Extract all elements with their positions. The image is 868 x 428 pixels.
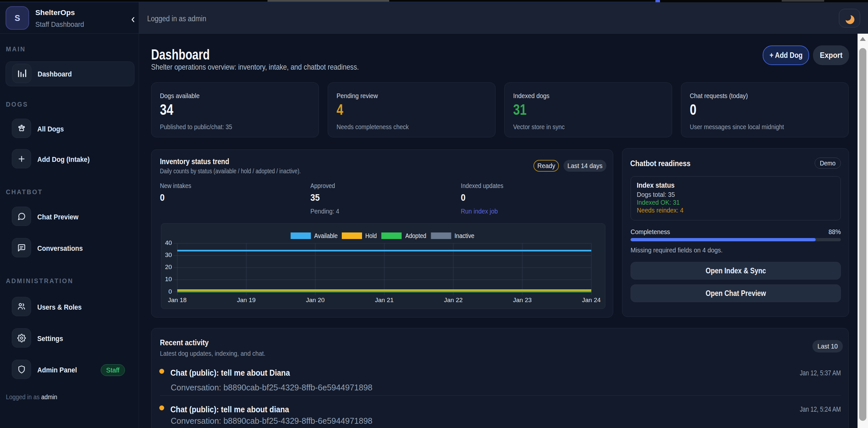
svg-text:Jan 24: Jan 24 xyxy=(582,297,600,303)
svg-text:20: 20 xyxy=(165,264,172,270)
svg-text:10: 10 xyxy=(165,276,172,283)
svg-text:Jan 19: Jan 19 xyxy=(237,297,255,303)
svg-text:Available: Available xyxy=(314,232,338,239)
svg-text:Adopted: Adopted xyxy=(405,232,426,239)
svg-text:Jan 22: Jan 22 xyxy=(444,297,462,303)
svg-text:Inactive: Inactive xyxy=(454,232,474,239)
svg-text:Jan 20: Jan 20 xyxy=(306,297,324,303)
svg-text:30: 30 xyxy=(165,252,172,258)
svg-text:0: 0 xyxy=(168,288,172,295)
svg-text:40: 40 xyxy=(165,239,172,246)
svg-text:Jan 18: Jan 18 xyxy=(168,297,186,303)
svg-text:Hold: Hold xyxy=(365,232,377,239)
svg-text:Jan 23: Jan 23 xyxy=(513,297,531,303)
svg-text:Jan 21: Jan 21 xyxy=(375,297,394,303)
